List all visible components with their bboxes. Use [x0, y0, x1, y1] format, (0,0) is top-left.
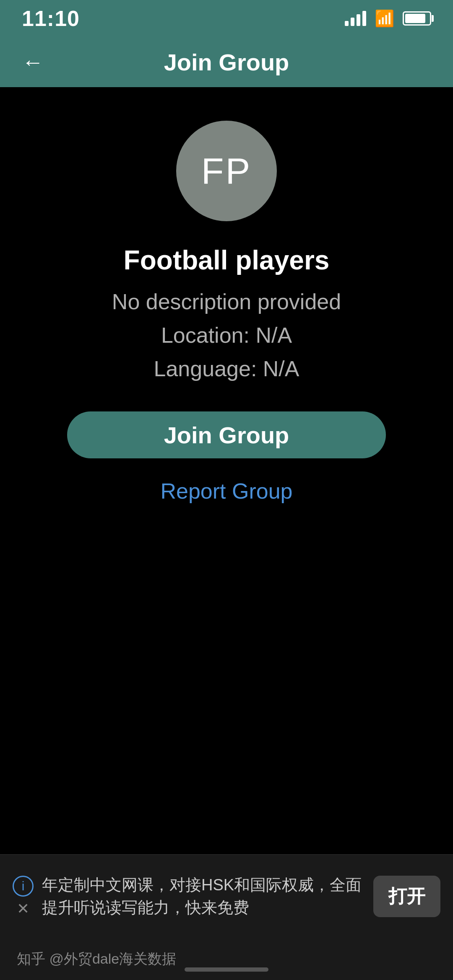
wifi-icon: 📶 [375, 9, 394, 28]
ad-info-block: i ✕ [13, 876, 34, 918]
ad-text: 年定制中文网课，对接HSK和国际权威，全面提升听说读写能力，快来免费 [42, 874, 365, 918]
status-time: 11:10 [22, 6, 80, 31]
battery-icon [403, 11, 431, 26]
group-location: Location: N/A [161, 323, 292, 348]
ad-open-button[interactable]: 打开 [373, 876, 440, 917]
back-button[interactable]: ← [22, 49, 44, 75]
group-name: Football players [124, 245, 330, 276]
status-icons: 📶 [345, 9, 431, 28]
nav-title: Join Group [164, 49, 289, 76]
home-indicator [185, 967, 268, 972]
ad-banner: i ✕ 年定制中文网课，对接HSK和国际权威，全面提升听说读写能力，快来免费 打… [0, 854, 453, 938]
bottom-bar: 知乎 @外贸dale海关数据 [0, 938, 453, 980]
avatar-initials: FP [201, 150, 252, 192]
join-group-button[interactable]: Join Group [67, 411, 386, 458]
info-icon: i [13, 876, 34, 897]
report-group-link[interactable]: Report Group [160, 478, 292, 504]
close-icon[interactable]: ✕ [17, 900, 29, 918]
status-bar: 11:10 📶 [0, 0, 453, 37]
nav-bar: ← Join Group [0, 37, 453, 87]
bottom-source: 知乎 @外贸dale海关数据 [17, 949, 176, 969]
main-content: FP Football players No description provi… [0, 87, 453, 504]
avatar: FP [176, 121, 277, 221]
battery-fill [405, 14, 425, 23]
signal-icon [345, 11, 366, 26]
back-arrow-icon: ← [22, 49, 44, 75]
group-language: Language: N/A [154, 356, 299, 381]
group-description: No description provided [112, 289, 341, 314]
